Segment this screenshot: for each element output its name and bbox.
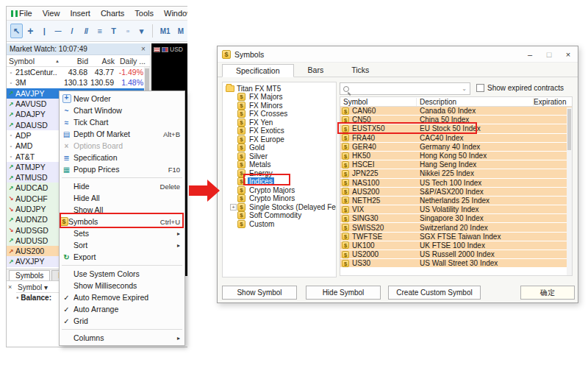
tree-item[interactable]: FX Majors xyxy=(223,93,336,102)
tree-item[interactable]: Metals xyxy=(223,160,336,169)
tree-item[interactable]: + Single Stocks (Delayed Feed) xyxy=(223,203,336,212)
table-row[interactable]: HK50 Hong Kong 50 Index xyxy=(340,152,572,160)
chart-tab[interactable]: USD xyxy=(151,43,187,53)
market-watch-row[interactable]: 3M 130.13 130.59 1.48% xyxy=(7,77,145,88)
table-row[interactable]: US2000 US Russell 2000 Index xyxy=(340,250,572,259)
menu-item[interactable]: Tick Chart xyxy=(60,116,184,128)
menu-item[interactable]: Hide Delete xyxy=(60,180,184,192)
dialog-button[interactable]: Create Custom Symbol xyxy=(388,286,481,300)
column-description[interactable]: Description xyxy=(417,98,534,106)
menu-item[interactable]: Auto Remove Expired xyxy=(60,291,184,303)
minimize-icon[interactable]: – xyxy=(520,50,539,59)
menu-item[interactable]: Use System Colors xyxy=(60,268,184,280)
table-row[interactable]: CAN60 Canada 60 Index xyxy=(340,107,572,116)
menu-item[interactable]: Sets ▸ xyxy=(60,227,184,239)
tree-item[interactable]: FX Exotics xyxy=(223,127,336,135)
menu-item[interactable]: Auto Arrange xyxy=(60,303,184,315)
maximize-icon[interactable]: □ xyxy=(539,50,559,59)
tree-item[interactable]: Indices xyxy=(223,177,336,186)
menubar-item[interactable]: Charts xyxy=(96,7,129,19)
table-row[interactable]: UK100 UK FTSE 100 Index xyxy=(340,241,572,250)
symbol-search[interactable]: ⌄ xyxy=(340,82,470,95)
menubar-item[interactable]: Tools xyxy=(130,7,158,19)
menu-item[interactable]: Popup Prices F10 xyxy=(60,163,184,175)
vertical-line-icon[interactable] xyxy=(38,24,51,38)
table-row[interactable]: NAS100 US Tech 100 Index xyxy=(340,179,572,188)
trendline-icon[interactable] xyxy=(66,24,79,38)
tree-item[interactable]: Energy xyxy=(223,169,336,178)
tree-item[interactable]: FX Crosses xyxy=(223,110,336,118)
market-watch-row[interactable]: 21stCentur... 43.68 43.77 -1.49% xyxy=(7,67,145,77)
tree-item[interactable]: Custom xyxy=(223,220,336,229)
menu-item[interactable]: Grid xyxy=(60,315,184,327)
table-row[interactable]: US30 US Wall Street 30 Index xyxy=(340,259,572,268)
menu-item[interactable]: Hide All xyxy=(60,192,184,204)
table-row[interactable]: VIX US Volatility Index xyxy=(340,205,572,214)
menu-item[interactable]: Sort ▸ xyxy=(60,239,184,251)
dialog-button[interactable]: Show Symbol xyxy=(222,286,297,300)
menu-item[interactable]: Chart Window xyxy=(60,105,184,116)
column-daily[interactable]: Daily ... xyxy=(117,57,148,66)
timeframe-button[interactable]: M1 xyxy=(157,27,174,35)
table-row[interactable]: JPN225 Nikkei 225 Index xyxy=(340,169,572,178)
menubar-item[interactable]: Window xyxy=(159,7,187,19)
scrollbar-thumb[interactable] xyxy=(567,109,571,150)
menubar-item[interactable]: File xyxy=(15,7,37,19)
shapes-icon[interactable] xyxy=(121,24,134,38)
market-watch-tab[interactable]: Symbols xyxy=(9,270,50,280)
column-expiration[interactable]: Expiration xyxy=(534,98,572,106)
table-row[interactable]: EUSTX50 EU Stock 50 Index xyxy=(340,124,572,133)
horizontal-line-icon[interactable] xyxy=(52,24,65,38)
tree-item[interactable]: Crypto Majors xyxy=(223,186,336,195)
column-bid[interactable]: Bid xyxy=(61,57,90,66)
menu-item[interactable]: Export xyxy=(60,251,184,263)
dialog-button[interactable]: Hide Symbol xyxy=(306,286,381,300)
menu-item[interactable]: Show Milliseconds xyxy=(60,280,184,291)
table-row[interactable]: HSCEI Hang Seng Index xyxy=(340,160,572,169)
table-row[interactable]: SWISS20 Switzerland 20 Index xyxy=(340,223,572,232)
table-scrollbar[interactable] xyxy=(567,107,572,276)
menubar-item[interactable]: Insert xyxy=(65,7,95,19)
menu-item[interactable]: New Order xyxy=(60,93,184,105)
text-icon[interactable] xyxy=(107,24,120,38)
search-input[interactable] xyxy=(349,85,462,93)
tree-item[interactable]: Silver xyxy=(223,152,336,161)
expander-icon[interactable]: + xyxy=(230,204,237,210)
table-row[interactable]: CN50 China 50 Index xyxy=(340,116,572,124)
menu-item[interactable]: Symbols Ctrl+U xyxy=(60,216,184,227)
dialog-tab[interactable]: Specification xyxy=(222,64,294,77)
table-row[interactable]: AUS200 S&P/ASX200 Index xyxy=(340,188,572,197)
menu-item[interactable]: Depth Of Market Alt+B xyxy=(60,128,184,140)
tree-item[interactable]: Soft Commodity xyxy=(223,211,336,220)
dialog-tab[interactable]: Ticks xyxy=(337,63,383,77)
tree-item[interactable]: FX Europe xyxy=(223,135,336,144)
tree-item[interactable]: Crypto Minors xyxy=(223,194,336,203)
close-icon[interactable]: × xyxy=(8,283,12,291)
table-row[interactable]: TWFTSE SGX FTSE Taiwan Index xyxy=(340,233,572,241)
menu-item[interactable]: Options Board xyxy=(60,140,184,152)
column-symbol[interactable]: Symbol xyxy=(340,98,417,106)
dialog-button[interactable]: 确定 xyxy=(520,286,575,300)
menu-item[interactable]: Columns ▸ xyxy=(60,332,184,344)
column-ask[interactable]: Ask xyxy=(90,57,117,66)
table-row[interactable]: GER40 Germany 40 Index xyxy=(340,143,572,152)
crosshair-icon[interactable] xyxy=(24,24,37,38)
menu-item[interactable]: Show All xyxy=(60,204,184,216)
table-row[interactable]: NETH25 Netherlands 25 Index xyxy=(340,197,572,205)
menubar-item[interactable]: View xyxy=(38,7,65,19)
close-icon[interactable]: × xyxy=(559,50,578,59)
equidistant-icon[interactable] xyxy=(93,24,106,38)
table-row[interactable]: SING30 Singapore 30 Index xyxy=(340,214,572,223)
tree-item[interactable]: FX Minors xyxy=(223,102,336,110)
table-row[interactable]: FRA40 CAC40 Index xyxy=(340,134,572,143)
chevron-down-icon[interactable]: ⌄ xyxy=(462,85,467,92)
column-symbol[interactable]: Symbol xyxy=(7,57,55,66)
cursor-icon[interactable] xyxy=(10,24,23,38)
tree-item[interactable]: FX Yen xyxy=(223,118,336,127)
timeframe-button[interactable]: M xyxy=(174,27,187,35)
menu-item[interactable]: Specification xyxy=(60,152,184,163)
tree-root[interactable]: Titan FX MT5 xyxy=(223,84,336,93)
show-expired-checkbox[interactable] xyxy=(476,84,484,92)
dropdown-icon[interactable] xyxy=(135,24,148,38)
dialog-tab[interactable]: Bars xyxy=(294,63,338,77)
